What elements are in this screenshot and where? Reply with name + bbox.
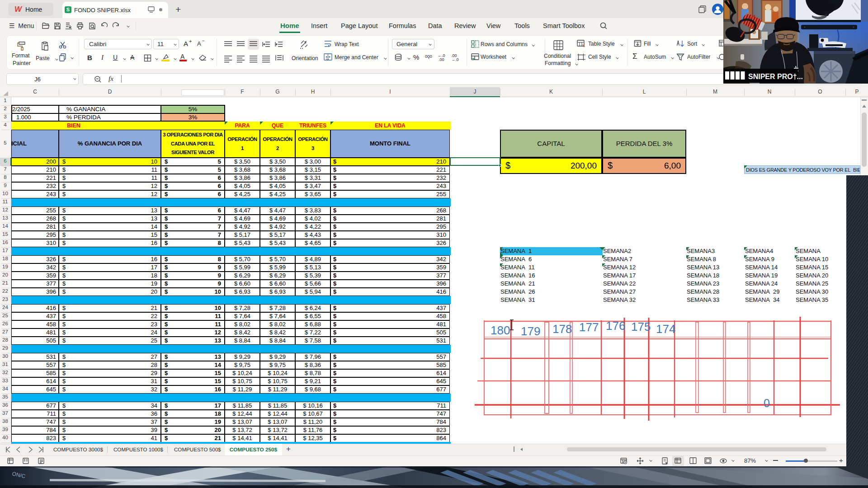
svg-text:SNIPER PRO†...: SNIPER PRO†... [748,73,803,80]
